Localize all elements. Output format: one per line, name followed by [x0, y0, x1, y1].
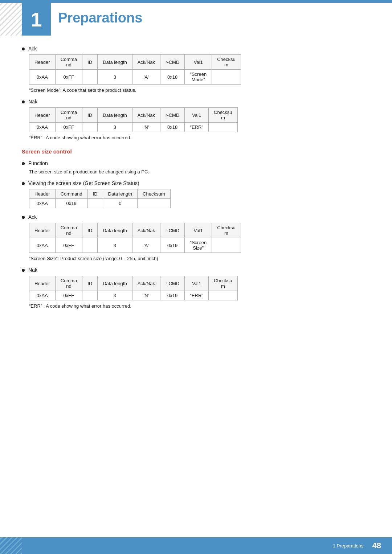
- col-header-id: ID: [82, 55, 98, 70]
- ack2-col-val1: Val1: [185, 223, 212, 238]
- view-cell-header: 0xAA: [29, 199, 56, 208]
- nak2-cell-rcmd: 0x19: [160, 291, 185, 300]
- ack-label: Ack: [28, 46, 37, 52]
- nak2-cell-val1: "ERR": [185, 291, 209, 300]
- nak-cell-acknak: 'N': [132, 123, 160, 132]
- nak2-col-acknak: Ack/Nak: [132, 276, 160, 291]
- col-header-checksum: Checksum: [212, 55, 241, 70]
- chapter-block: 1: [22, 3, 51, 36]
- bullet-dot-view: [22, 182, 25, 185]
- ack2-cell-dlen: 3: [98, 238, 132, 253]
- ack2-col-command: Command: [55, 223, 82, 238]
- ack2-col-rcmd: r-CMD: [160, 223, 185, 238]
- nak2-col-val1: Val1: [185, 276, 209, 291]
- view-col-datalength: Data length: [103, 189, 138, 199]
- nak-cell-checksum: [209, 123, 238, 132]
- ack-cell-cmd: 0xFF: [55, 70, 82, 85]
- view-cell-id: [87, 199, 103, 208]
- nak2-cell-cmd: 0xFF: [55, 291, 82, 300]
- function-label: Function: [28, 160, 48, 166]
- ack2-col-header: Header: [29, 223, 56, 238]
- ack2-cell-checksum: [212, 238, 241, 253]
- top-bar: [0, 0, 392, 3]
- col-header-header: Header: [29, 55, 56, 70]
- nak-cell-val1: "ERR": [185, 123, 209, 132]
- ack-cell-rcmd: 0x18: [160, 70, 185, 85]
- main-content: Ack Header Command ID Data length Ack/Na…: [22, 40, 370, 311]
- nak-cell-dlen: 3: [98, 123, 132, 132]
- bullet-dot: [22, 48, 25, 50]
- view-cell-checksum: [138, 199, 170, 208]
- nak2-cell-id: [82, 291, 98, 300]
- ack2-col-acknak: Ack/Nak: [132, 223, 160, 238]
- nak2-col-id: ID: [82, 276, 98, 291]
- col-header-acknak: Ack/Nak: [132, 55, 160, 70]
- ack2-col-datalength: Data length: [98, 223, 132, 238]
- ack-table: Header Command ID Data length Ack/Nak r-…: [29, 54, 241, 85]
- nak-cell-cmd: 0xFF: [55, 123, 82, 132]
- nak-cell-rcmd: 0x18: [160, 123, 185, 132]
- view-col-header: Header: [29, 189, 56, 199]
- nak-col-val1: Val1: [185, 108, 209, 123]
- footer: 1 Preparations 48: [0, 537, 392, 554]
- ack-cell-val1: "ScreenMode": [185, 70, 212, 85]
- viewing-table: Header Command ID Data length Checksum 0…: [29, 189, 171, 208]
- err-note1: “ERR” : A code showing what error has oc…: [29, 135, 370, 140]
- col-header-val1: Val1: [185, 55, 212, 70]
- nak-col-rcmd: r-CMD: [160, 108, 185, 123]
- col-header-datalength: Data length: [98, 55, 132, 70]
- ack2-cell-id: [82, 238, 98, 253]
- page-title: Preparations: [58, 10, 142, 26]
- ack2-cell-header: 0xAA: [29, 238, 56, 253]
- ack-cell-header: 0xAA: [29, 70, 56, 85]
- ack2-cell-acknak: 'A': [132, 238, 160, 253]
- ack2-col-checksum: Checksum: [212, 223, 241, 238]
- ack2-label: Ack: [28, 214, 37, 220]
- function-bullet: Function: [22, 160, 370, 166]
- ack-cell-checksum: [212, 70, 241, 85]
- footer-left: [0, 537, 22, 554]
- bullet-dot-func: [22, 162, 25, 165]
- nak2-table: Header Command ID Data length Ack/Nak r-…: [29, 276, 238, 300]
- nak2-label: Nak: [28, 267, 37, 273]
- nak2-col-checksum: Checksum: [209, 276, 238, 291]
- nak-col-command: Command: [55, 108, 82, 123]
- nak2-col-command: Command: [55, 276, 82, 291]
- view-col-command: Command: [55, 189, 87, 199]
- nak-cell-id: [82, 123, 98, 132]
- ack2-cell-val1: "ScreenSize": [185, 238, 212, 253]
- nak2-cell-acknak: 'N': [132, 291, 160, 300]
- nak2-cell-dlen: 3: [98, 291, 132, 300]
- nak2-cell-checksum: [209, 291, 238, 300]
- ack-cell-id: [82, 70, 98, 85]
- nak-bullet: Nak: [22, 99, 370, 104]
- err-note2: “ERR” : A code showing what error has oc…: [29, 303, 370, 309]
- view-col-checksum: Checksum: [138, 189, 170, 199]
- nak-col-checksum: Checksum: [209, 108, 238, 123]
- bullet-dot-nak: [22, 100, 25, 103]
- footer-label: 1 Preparations: [333, 543, 364, 549]
- col-header-rcmd: r-CMD: [160, 55, 185, 70]
- ack2-bullet: Ack: [22, 214, 370, 220]
- screen-size-heading: Screen size control: [22, 148, 370, 155]
- nak-col-acknak: Ack/Nak: [132, 108, 160, 123]
- function-text: The screen size of a product can be chan…: [29, 169, 370, 175]
- view-cell-cmd: 0x19: [55, 199, 87, 208]
- footer-page-number: 48: [372, 541, 381, 550]
- ack-bullet: Ack: [22, 46, 370, 52]
- nak-col-datalength: Data length: [98, 108, 132, 123]
- nak-cell-header: 0xAA: [29, 123, 56, 132]
- view-cell-dlen: 0: [103, 199, 138, 208]
- nak2-bullet: Nak: [22, 267, 370, 273]
- nak-col-id: ID: [82, 108, 98, 123]
- footer-stripe: [0, 537, 22, 554]
- stripe-background: [0, 3, 22, 36]
- nak2-cell-header: 0xAA: [29, 291, 56, 300]
- bullet-dot-ack2: [22, 216, 25, 219]
- nak2-col-rcmd: r-CMD: [160, 276, 185, 291]
- viewing-label: Viewing the screen size (Get Screen Size…: [28, 180, 139, 186]
- ack2-table: Header Command ID Data length Ack/Nak r-…: [29, 223, 241, 253]
- ack-cell-acknak: 'A': [132, 70, 160, 85]
- view-col-id: ID: [87, 189, 103, 199]
- ack-cell-dlen: 3: [98, 70, 132, 85]
